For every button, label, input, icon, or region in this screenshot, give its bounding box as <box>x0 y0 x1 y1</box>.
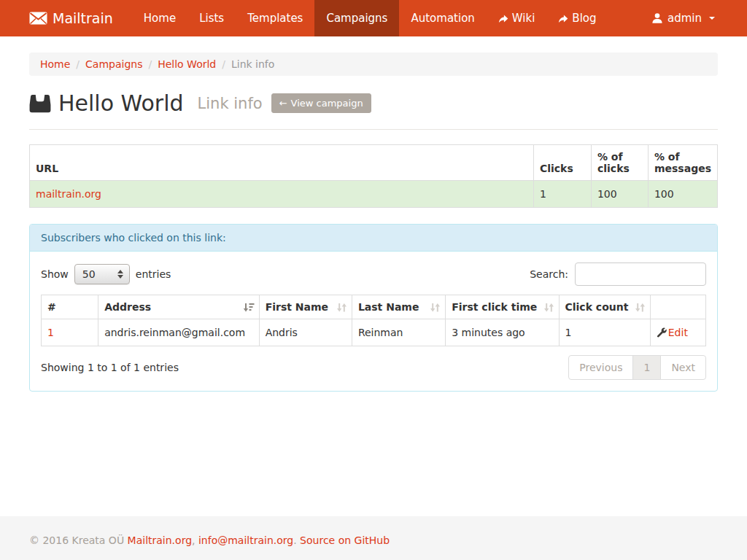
brand-label: Mailtrain <box>53 10 113 26</box>
pagination: Previous 1 Next <box>568 355 706 380</box>
page-length-control: Show 50 entries <box>41 264 171 284</box>
wrench-icon <box>657 327 667 338</box>
entries-summary: Showing 1 to 1 of 1 entries <box>41 362 179 373</box>
page-subtitle: Link info <box>198 95 263 112</box>
entries-label: entries <box>136 268 171 280</box>
search-control: Search: <box>530 262 706 286</box>
nav-item-blog[interactable]: Blog <box>546 0 608 36</box>
column-pct-messages: % of messages <box>648 145 717 181</box>
top-navbar: Mailtrain Home Lists Templates Campaigns… <box>0 0 747 36</box>
nav-item-lists[interactable]: Lists <box>187 0 236 36</box>
breadcrumb-campaigns[interactable]: Campaigns <box>70 58 142 70</box>
nav-item-campaigns[interactable]: Campaigns <box>314 0 399 36</box>
clicks-value: 1 <box>533 181 591 208</box>
divider <box>29 129 718 130</box>
subscribers-panel: Subscribers who clicked on this link: Sh… <box>29 224 718 392</box>
row-click-count: 1 <box>559 319 650 346</box>
breadcrumb-current: Link info <box>216 58 274 70</box>
column-pct-clicks: % of clicks <box>591 145 648 181</box>
subscriber-row: 1 andris.reinman@gmail.com Andris Reinma… <box>42 319 706 346</box>
row-address: andris.reinman@gmail.com <box>98 319 259 346</box>
page-size-select[interactable]: 50 <box>74 264 130 284</box>
breadcrumb: Home Campaigns Hello World Link info <box>29 52 718 76</box>
column-clicks: Clicks <box>533 145 591 181</box>
panel-title: Subscribers who clicked on this link: <box>30 225 717 252</box>
page-size-value: 50 <box>82 268 96 280</box>
nav-item-wiki[interactable]: Wiki <box>487 0 547 36</box>
user-dropdown[interactable]: admin <box>649 0 718 36</box>
nav-item-automation[interactable]: Automation <box>399 0 486 36</box>
column-url: URL <box>30 145 534 181</box>
share-arrow-icon <box>498 14 508 23</box>
subscribers-header-row: # Address First Name <box>42 295 706 319</box>
pagination-previous[interactable]: Previous <box>568 355 633 380</box>
inbox-icon <box>29 93 51 114</box>
page-header: Hello World Link info ← View campaign <box>29 90 718 116</box>
edit-link[interactable]: Edit <box>668 327 688 338</box>
column-last-name[interactable]: Last Name <box>352 295 445 319</box>
url-link[interactable]: mailtrain.org <box>36 188 101 200</box>
pagination-page-1[interactable]: 1 <box>632 355 661 380</box>
column-first-name[interactable]: First Name <box>259 295 352 319</box>
column-first-click-time[interactable]: First click time <box>446 295 559 319</box>
table-row: mailtrain.org 1 100 100 <box>30 181 718 208</box>
search-input[interactable] <box>575 262 706 286</box>
user-icon <box>651 12 663 24</box>
pct-messages-value: 100 <box>648 181 717 208</box>
show-label: Show <box>41 268 69 280</box>
email-link[interactable]: info@mailtrain.org <box>198 534 293 546</box>
page-title: Hello World Link info <box>29 90 263 116</box>
view-campaign-button[interactable]: ← View campaign <box>271 93 371 113</box>
sort-both-icon <box>635 303 646 312</box>
datatable-controls: Show 50 entries Search: <box>41 262 706 286</box>
column-address[interactable]: Address <box>98 295 259 319</box>
sort-desc-icon <box>242 303 255 312</box>
sort-both-icon <box>430 303 441 312</box>
breadcrumb-campaign-name[interactable]: Hello World <box>142 58 216 70</box>
breadcrumb-home[interactable]: Home <box>40 58 70 70</box>
copyright-text: © 2016 Kreata OÜ <box>29 534 124 546</box>
row-first-click-time: 3 minutes ago <box>446 319 559 346</box>
datatable-footer: Showing 1 to 1 of 1 entries Previous 1 N… <box>41 355 706 380</box>
main-nav: Home Lists Templates Campaigns Automatio… <box>132 0 608 36</box>
mailtrain-org-link[interactable]: Mailtrain.org <box>128 534 192 546</box>
row-index: 1 <box>42 319 98 346</box>
sort-both-icon <box>543 303 554 312</box>
source-github-link[interactable]: Source on GitHub <box>300 534 390 546</box>
column-index[interactable]: # <box>42 295 98 319</box>
share-arrow-icon <box>558 14 568 23</box>
brand-logo[interactable]: Mailtrain <box>29 0 132 36</box>
back-arrow-icon: ← <box>279 98 287 109</box>
search-label: Search: <box>530 268 568 280</box>
link-stats-table: URL Clicks % of clicks % of messages mai… <box>29 144 718 208</box>
nav-item-home[interactable]: Home <box>132 0 187 36</box>
page-footer: © 2016 Kreata OÜ Mailtrain.org, info@mai… <box>0 516 747 560</box>
row-first-name: Andris <box>259 319 352 346</box>
subscribers-table: # Address First Name <box>41 295 706 346</box>
column-click-count[interactable]: Click count <box>559 295 650 319</box>
page-title-text: Hello World <box>58 90 184 116</box>
table-header-row: URL Clicks % of clicks % of messages <box>30 145 718 181</box>
user-label: admin <box>667 12 702 25</box>
column-actions <box>650 295 705 319</box>
select-stepper-icon <box>117 270 123 279</box>
envelope-icon <box>29 12 47 25</box>
row-last-name: Reinman <box>352 319 445 346</box>
caret-down-icon <box>709 17 715 20</box>
nav-item-templates[interactable]: Templates <box>236 0 314 36</box>
pct-clicks-value: 100 <box>591 181 648 208</box>
pagination-next[interactable]: Next <box>660 355 706 380</box>
sort-both-icon <box>336 303 347 312</box>
